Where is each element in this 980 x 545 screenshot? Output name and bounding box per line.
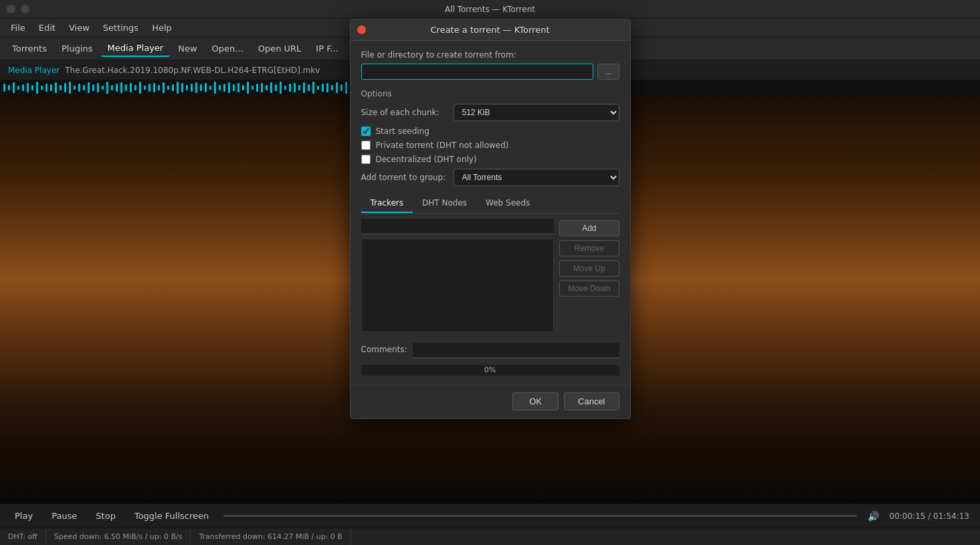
remove-tracker-button[interactable]: Remove xyxy=(559,240,619,256)
decentralized-checkbox[interactable] xyxy=(361,155,371,164)
tab-dht-nodes[interactable]: DHT Nodes xyxy=(413,194,476,213)
private-torrent-label[interactable]: Private torrent (DHT not allowed) xyxy=(376,141,509,150)
tracker-list[interactable] xyxy=(361,238,555,332)
tab-content-trackers: Add Remove Move Up Move Down xyxy=(361,214,619,337)
comments-input[interactable] xyxy=(413,343,619,358)
options-section: Options Size of each chunk: 256 KiB 512 … xyxy=(361,89,619,186)
add-tracker-button[interactable]: Add xyxy=(559,220,619,236)
move-down-button[interactable]: Move Down xyxy=(559,281,619,297)
group-select[interactable]: All Torrents xyxy=(454,169,619,186)
tracker-left xyxy=(361,219,555,332)
file-label: File or directory to create torrent from… xyxy=(361,50,619,60)
chunk-size-label: Size of each chunk: xyxy=(361,108,448,117)
start-seeding-checkbox[interactable] xyxy=(361,127,371,136)
dialog-close-button[interactable] xyxy=(357,25,366,34)
tab-bar: Trackers DHT Nodes Web Seeds xyxy=(361,194,619,214)
comments-row: Comments: xyxy=(361,343,619,358)
dialog-overlay: Create a torrent — KTorrent File or dire… xyxy=(0,0,980,545)
options-label: Options xyxy=(361,89,619,98)
cancel-button[interactable]: Cancel xyxy=(564,392,619,410)
tracker-buttons: Add Remove Move Up Move Down xyxy=(559,219,619,332)
dialog-body: File or directory to create torrent from… xyxy=(351,41,630,385)
file-input[interactable] xyxy=(361,64,594,80)
chunk-size-row: Size of each chunk: 256 KiB 512 KiB 1 Mi… xyxy=(361,104,619,121)
comments-label: Comments: xyxy=(361,345,407,354)
dialog-footer: OK Cancel xyxy=(351,385,630,418)
start-seeding-label[interactable]: Start seeding xyxy=(376,127,429,136)
progress-label: 0% xyxy=(361,365,619,376)
chunk-size-select[interactable]: 256 KiB 512 KiB 1 MiB 2 MiB xyxy=(454,104,619,121)
progress-bar: 0% xyxy=(361,365,619,376)
group-label: Add torrent to group: xyxy=(361,173,448,182)
tracker-url-input[interactable] xyxy=(361,219,555,234)
private-torrent-checkbox[interactable] xyxy=(361,141,371,150)
start-seeding-row: Start seeding xyxy=(361,127,619,136)
create-torrent-dialog: Create a torrent — KTorrent File or dire… xyxy=(350,19,631,419)
move-up-button[interactable]: Move Up xyxy=(559,260,619,277)
decentralized-row: Decentralized (DHT only) xyxy=(361,155,619,164)
file-input-row: ... xyxy=(361,64,619,80)
tab-trackers[interactable]: Trackers xyxy=(361,194,413,213)
decentralized-label[interactable]: Decentralized (DHT only) xyxy=(376,155,477,164)
tab-web-seeds[interactable]: Web Seeds xyxy=(476,194,539,213)
private-torrent-row: Private torrent (DHT not allowed) xyxy=(361,141,619,150)
ok-button[interactable]: OK xyxy=(512,392,559,410)
progress-row: 0% xyxy=(361,365,619,376)
dialog-title-bar: Create a torrent — KTorrent xyxy=(351,19,630,41)
dialog-title: Create a torrent — KTorrent xyxy=(431,25,550,35)
group-row: Add torrent to group: All Torrents xyxy=(361,169,619,186)
browse-button[interactable]: ... xyxy=(597,64,619,80)
